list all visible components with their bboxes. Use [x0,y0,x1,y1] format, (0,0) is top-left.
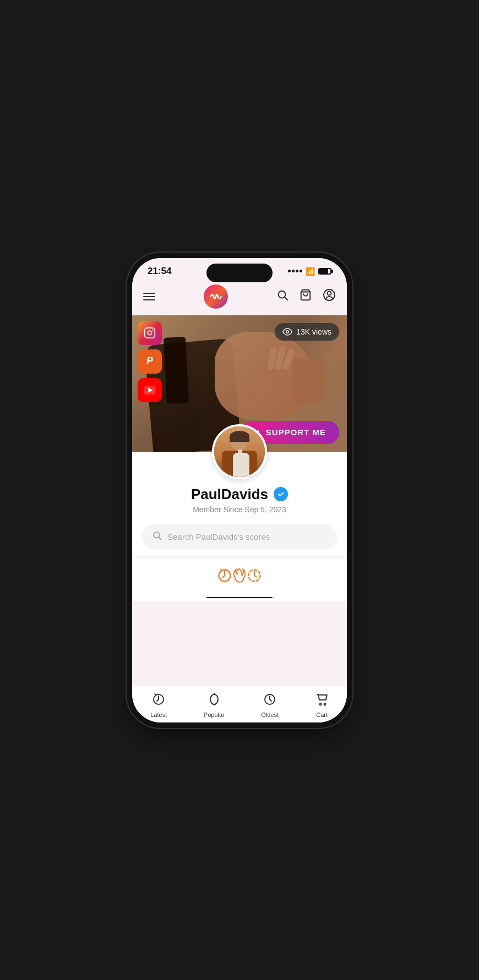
svg-point-16 [210,694,218,704]
signal-icon [288,270,302,272]
profile-button[interactable] [323,288,336,305]
member-since: Member Since Sep 5, 2023 [193,505,286,514]
clock-filter-icon [217,568,232,587]
search-placeholder: Search PaulDavids's scores [167,532,270,541]
home-indicator [132,597,347,601]
svg-point-20 [324,703,325,705]
svg-point-10 [286,330,289,333]
instagram-button[interactable] [138,321,162,345]
cart-icon [315,693,329,709]
bottom-nav-cart-label: Cart [316,711,328,718]
username-row: PaulDavids [191,486,288,503]
timer-filter-icon [247,568,262,587]
status-bar: 21:54 📶 [132,258,347,280]
profile-section: PaulDavids Member Since Sep 5, 2023 Sear… [132,452,347,597]
search-bar[interactable]: Search PaulDavids's scores [142,524,337,550]
battery-icon [318,268,331,275]
svg-line-12 [159,537,161,539]
bag-button[interactable] [300,289,312,304]
filter-tab-popular[interactable] [232,568,247,587]
bottom-nav-latest[interactable]: Latest [150,693,167,718]
app-logo[interactable] [204,284,228,309]
wifi-icon: 📶 [306,267,315,276]
svg-point-19 [319,703,321,705]
bottom-nav: Latest Popular Oldest [132,686,347,722]
notch [206,264,273,282]
eye-icon [282,327,292,337]
latest-icon [152,693,165,709]
patreon-button[interactable]: P [138,349,162,374]
avatar [212,424,267,479]
search-button[interactable] [276,289,289,304]
bottom-nav-cart[interactable]: Cart [315,693,329,718]
filter-tabs [195,558,284,597]
menu-button[interactable] [143,293,155,300]
status-icons: 📶 [288,267,331,276]
popular-icon [208,693,220,709]
views-badge: 13K views [275,323,339,341]
nav-bar [132,280,347,315]
search-icon [152,530,162,543]
youtube-button[interactable] [138,378,162,402]
svg-line-1 [285,297,287,300]
phone-frame: 21:54 📶 [132,258,347,722]
support-button-label: SUPPORT ME [266,428,326,437]
username: PaulDavids [191,486,268,503]
filter-tab-draft[interactable] [247,568,262,587]
bottom-nav-oldest-label: Oldest [261,711,279,718]
views-count: 13K views [296,327,331,336]
bottom-nav-popular[interactable]: Popular [204,693,225,718]
svg-rect-5 [145,327,155,337]
bottom-nav-latest-label: Latest [150,711,167,718]
status-time: 21:54 [148,266,171,277]
search-section: Search PaulDavids's scores [132,524,347,557]
filter-tab-latest[interactable] [217,568,232,587]
oldest-icon [263,693,276,709]
fire-filter-icon [232,568,247,587]
bottom-nav-oldest[interactable]: Oldest [261,693,279,718]
nav-right-icons [276,288,336,305]
social-sidebar: P [138,321,162,402]
bottom-nav-popular-label: Popular [204,711,225,718]
svg-point-4 [328,291,331,295]
verified-badge [274,487,288,501]
svg-point-7 [152,329,153,330]
svg-point-6 [148,331,151,335]
